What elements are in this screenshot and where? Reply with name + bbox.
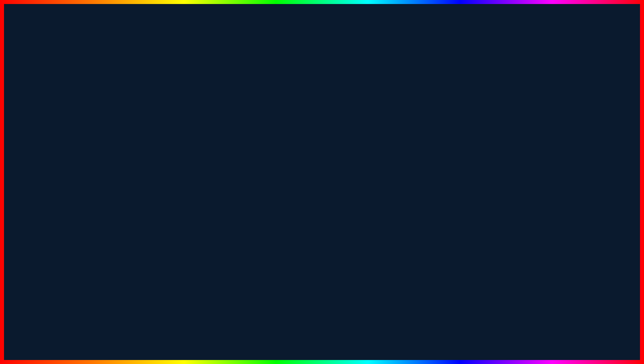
- select-zone-label: Select Zone: [253, 156, 278, 161]
- select-boat-arrow: ▲: [370, 144, 374, 149]
- nav-back-main-label: Main: [166, 116, 175, 121]
- select-boat-value: PirateGrandBrigade ▲: [329, 144, 374, 149]
- nav-front-item[interactable]: ◎ Item: [206, 169, 246, 179]
- window-front-close[interactable]: ✕: [370, 128, 377, 133]
- nav-back-item[interactable]: ◎ Item: [154, 134, 194, 144]
- window-front-sidebar: ⌂ Developer ◇ Main ⚙ Setting ◎ Item ◉: [206, 136, 246, 232]
- window-front-minimize[interactable]: —: [360, 128, 367, 133]
- sea-event-bottom-text: SEA EVENT: [76, 316, 264, 353]
- svg-text:X: X: [581, 282, 591, 297]
- nav-front-sky[interactable]: ☁ Sky: [206, 220, 246, 231]
- health-bar-container: 4000 Health: [198, 104, 336, 112]
- nav-back-race-v4[interactable]: ✦ Race V4: [154, 175, 194, 185]
- monster-magnet-count: x1: [575, 93, 620, 98]
- electric-claw-name: Electric Claw: [24, 133, 76, 139]
- window-front-titlebar: Hirimi Hub — ✕: [206, 125, 381, 136]
- low-health-tween-label: Low Health Y Tween: [198, 117, 238, 122]
- window-front-controls: — ✕: [360, 128, 377, 133]
- low-health-tween-row: Low Health Y Tween ✓: [198, 114, 336, 124]
- window-back-minimize[interactable]: —: [318, 93, 325, 98]
- nav-front-developer[interactable]: ⌂ Developer: [206, 138, 246, 148]
- speed-slider-fill: [253, 201, 290, 204]
- nav-front-main[interactable]: ◇ Main: [206, 148, 246, 158]
- svg-text:BL: BL: [542, 282, 561, 297]
- leviathan-heart-count: x1: [575, 159, 620, 164]
- developer-icon: ⌂: [158, 106, 164, 110]
- mutant-tooth-count: x1: [24, 196, 69, 201]
- nav-back-item-label: Item: [166, 136, 174, 141]
- window-front-body: ⌂ Developer ◇ Main ⚙ Setting ◎ Item ◉: [206, 136, 381, 232]
- letter-t: T: [440, 11, 475, 78]
- health-bar-text: 4000 Health: [201, 106, 224, 110]
- sky-icon: ☁: [158, 188, 164, 193]
- nav-front-teleport[interactable]: ◉ Teleport: [206, 179, 246, 189]
- sea-event-icon: 📈: [158, 157, 164, 162]
- blox-fruits-logo: BL X FRUITS: [534, 270, 617, 331]
- set-speed-label: Set Speed: [250, 187, 378, 198]
- select-zone-arrow: ▲: [370, 156, 374, 161]
- nav-back-main[interactable]: ◇ Main: [154, 113, 194, 123]
- front-setting-icon: ⚙: [210, 161, 216, 166]
- change-speed-boat-checkbox[interactable]: [368, 215, 374, 221]
- letter-f: F: [306, 11, 341, 78]
- speed-slider-container[interactable]: 250 Speed: [250, 199, 378, 211]
- electric-claw-icon: [33, 98, 67, 131]
- nav-front-setting[interactable]: ⚙ Setting: [206, 158, 246, 169]
- front-sea-event-icon: 📈: [210, 192, 216, 197]
- front-item-icon: ◎: [210, 172, 216, 176]
- item-card-monster-magnet: Material x1: [571, 83, 624, 143]
- android-badge: ANDROID ✔: [27, 167, 127, 187]
- title-blox: BLOX: [131, 11, 306, 78]
- nav-front-sea-event-label: Sea Event: [218, 192, 238, 197]
- quest-sea-event-checkbox[interactable]: ✓: [368, 168, 374, 174]
- main-container: BLOX FRUITS MOBILE ✔ ANDROID ✔ Material …: [0, 0, 644, 364]
- leviathan-heart-name: Leviathan Heart: [575, 199, 620, 205]
- nav-front-race-v4-label: Race V4: [218, 213, 234, 218]
- set-position-icon: ⚑: [158, 168, 164, 172]
- select-zone-value: Zone 4 ▲: [354, 156, 374, 161]
- window-front: Hirimi Hub — ✕ ⌂ Developer ◇ Main ⚙ Sett…: [205, 124, 382, 233]
- letter-x: X: [253, 11, 291, 78]
- nav-front-race-v4[interactable]: ✦ Race V4: [206, 210, 246, 220]
- select-boat-value-text: PirateGrandBrigade: [329, 144, 366, 149]
- select-zone-row[interactable]: Select Zone Zone 4 ▲: [250, 153, 378, 164]
- health-section: 4000 Health: [198, 104, 336, 112]
- bg-ice: [33, 274, 133, 314]
- item-card-electric-claw: Material x19: [20, 83, 80, 143]
- nav-back-developer[interactable]: ⌂ Developer: [154, 103, 194, 113]
- svg-point-10: [449, 119, 459, 129]
- nav-back-setting[interactable]: ⚙ Setting: [154, 123, 194, 134]
- window-back-controls: — ✕: [318, 93, 335, 98]
- monster-magnet-material-label: Material: [575, 88, 620, 93]
- script-bottom-text: SCRIPT: [272, 316, 394, 353]
- title-container: BLOX FRUITS: [0, 10, 644, 79]
- svg-point-26: [570, 283, 573, 286]
- change-speed-boat-row[interactable]: Change Speed Boat: [250, 212, 378, 224]
- badges-container: MOBILE ✔ ANDROID ✔: [27, 144, 127, 190]
- select-boat-row[interactable]: Select Boat PirateGrandBrigade ▲: [250, 141, 378, 152]
- nav-front-set-position[interactable]: ⚑ Set Position: [206, 200, 246, 210]
- nav-back-race-v4-label: Race V4: [166, 178, 183, 183]
- low-health-tween-checkbox[interactable]: ✓: [330, 116, 336, 122]
- electric-claw-material-label: Material: [24, 88, 76, 93]
- mutant-tooth-icon: [30, 201, 63, 235]
- nav-back-setting-label: Setting: [166, 126, 179, 131]
- nav-front-sea-event[interactable]: 📈 Sea Event: [206, 189, 246, 200]
- svg-point-27: [575, 283, 578, 286]
- item-card-leviathan-heart: Material x1: [571, 150, 624, 209]
- nav-back-sky[interactable]: ☁ Sky: [154, 185, 194, 196]
- nav-back-sea-event[interactable]: 📈 Sea Event: [154, 154, 194, 165]
- mutant-tooth-material-label: Material: [24, 191, 69, 196]
- nav-back-teleport[interactable]: ◉ Teleport: [154, 144, 194, 154]
- monster-magnet-name: Monster Magnet: [575, 133, 620, 139]
- svg-text:FRUITS: FRUITS: [542, 299, 589, 313]
- window-back-close[interactable]: ✕: [329, 93, 335, 98]
- quest-sea-event-row[interactable]: Quest Sea Event ✓: [250, 165, 378, 177]
- change-speed-boat-label: Change Speed Boat: [253, 216, 294, 221]
- race-v4-icon: ✦: [158, 178, 164, 183]
- nav-back-set-position[interactable]: ⚑ Set Position: [154, 165, 194, 175]
- speed-slider[interactable]: [253, 201, 374, 204]
- front-sky-icon: ☁: [210, 223, 216, 228]
- letter-i: I: [424, 11, 439, 78]
- teleport-icon: ◉: [158, 147, 164, 152]
